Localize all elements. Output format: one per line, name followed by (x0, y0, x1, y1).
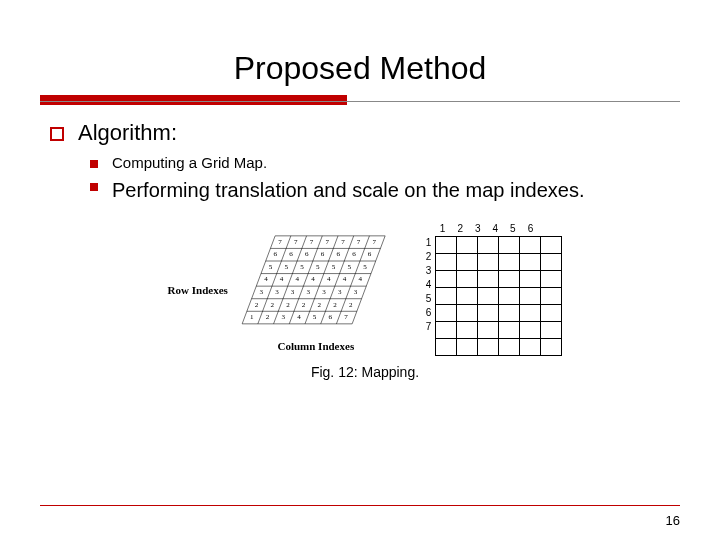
svg-text:3: 3 (306, 288, 310, 296)
svg-line-12 (305, 235, 338, 323)
svg-text:6: 6 (289, 250, 293, 258)
row-h: 3 (426, 264, 432, 278)
svg-text:2: 2 (255, 300, 259, 308)
lvl2a-text: Computing a Grid Map. (112, 154, 267, 171)
title-underline-red (40, 95, 347, 105)
svg-text:4: 4 (311, 275, 315, 283)
svg-text:4: 4 (280, 275, 284, 283)
col-h: 1 (440, 223, 446, 234)
square-fill-icon (90, 183, 98, 191)
svg-text:6: 6 (368, 250, 372, 258)
col-h: 4 (493, 223, 499, 234)
svg-text:3: 3 (281, 313, 285, 321)
svg-text:6: 6 (273, 250, 277, 258)
svg-text:4: 4 (343, 275, 347, 283)
bullet-lvl2-b: Performing translation and scale on the … (90, 177, 680, 203)
col-h: 3 (475, 223, 481, 234)
row-h: 5 (426, 292, 432, 306)
bullet-lvl2-a: Computing a Grid Map. (90, 154, 680, 171)
svg-line-10 (273, 235, 306, 323)
svg-line-8 (242, 235, 275, 323)
svg-text:2: 2 (270, 300, 274, 308)
slide-title: Proposed Method (40, 50, 680, 87)
right-grid-col-headers: 1 2 3 4 5 6 (440, 223, 533, 234)
svg-text:4: 4 (295, 275, 299, 283)
row-h: 2 (426, 250, 432, 264)
col-indexes-label: Column Indexes (236, 340, 396, 352)
svg-text:2: 2 (349, 300, 353, 308)
svg-line-13 (321, 235, 354, 323)
svg-text:3: 3 (322, 288, 326, 296)
svg-text:5: 5 (313, 313, 317, 321)
svg-text:3: 3 (291, 288, 295, 296)
skew-svg: 7777777 6666666 5555555 4444444 3333333 … (236, 228, 396, 338)
row-h: 1 (426, 236, 432, 250)
square-fill-icon (90, 160, 98, 168)
skewed-grid-wrap: Row Indexes (168, 228, 396, 352)
col-h: 5 (510, 223, 516, 234)
row-indexes-label: Row Indexes (168, 284, 228, 296)
svg-text:5: 5 (300, 262, 304, 270)
lvl1-text: Algorithm: (78, 120, 177, 146)
col-h: 2 (457, 223, 463, 234)
row-h: 7 (426, 320, 432, 334)
row-h: 6 (426, 306, 432, 320)
svg-line-14 (336, 235, 369, 323)
square-outline-icon (50, 127, 64, 141)
row-h: 4 (426, 278, 432, 292)
svg-text:3: 3 (259, 288, 263, 296)
svg-text:7: 7 (372, 237, 376, 245)
svg-text:5: 5 (363, 262, 367, 270)
svg-text:3: 3 (275, 288, 279, 296)
svg-text:7: 7 (278, 237, 282, 245)
figure-area: Row Indexes (50, 223, 680, 356)
svg-text:6: 6 (352, 250, 356, 258)
svg-text:6: 6 (336, 250, 340, 258)
page-number: 16 (666, 513, 680, 528)
skewed-grid: 7777777 6666666 5555555 4444444 3333333 … (236, 228, 396, 338)
svg-text:3: 3 (338, 288, 342, 296)
empty-grid-table (435, 236, 562, 356)
svg-text:7: 7 (357, 237, 361, 245)
svg-text:6: 6 (321, 250, 325, 258)
svg-text:5: 5 (284, 262, 288, 270)
svg-text:2: 2 (333, 300, 337, 308)
svg-text:5: 5 (269, 262, 273, 270)
svg-text:7: 7 (294, 237, 298, 245)
footer-line (40, 505, 680, 506)
svg-line-11 (289, 235, 322, 323)
svg-line-9 (258, 235, 291, 323)
svg-text:4: 4 (327, 275, 331, 283)
svg-text:7: 7 (341, 237, 345, 245)
right-grid-row-headers: 1 2 3 4 5 6 7 (426, 236, 432, 334)
svg-text:4: 4 (297, 313, 301, 321)
svg-text:3: 3 (354, 288, 358, 296)
svg-text:5: 5 (347, 262, 351, 270)
svg-text:6: 6 (305, 250, 309, 258)
right-grid: 1 2 3 4 5 6 1 2 3 4 5 6 7 (426, 223, 563, 356)
svg-text:2: 2 (302, 300, 306, 308)
figure-caption: Fig. 12: Mapping. (50, 364, 680, 380)
svg-text:7: 7 (325, 237, 329, 245)
title-underline-thin (40, 101, 680, 102)
svg-line-15 (352, 235, 385, 323)
lvl2b-text: Performing translation and scale on the … (112, 177, 585, 203)
svg-text:5: 5 (332, 262, 336, 270)
svg-text:1: 1 (250, 313, 254, 321)
svg-text:4: 4 (358, 275, 362, 283)
svg-text:4: 4 (264, 275, 268, 283)
content-area: Algorithm: Computing a Grid Map. Perform… (50, 120, 680, 380)
svg-text:2: 2 (286, 300, 290, 308)
svg-text:7: 7 (344, 313, 348, 321)
svg-text:5: 5 (316, 262, 320, 270)
bullet-lvl1: Algorithm: (50, 120, 680, 146)
svg-text:6: 6 (328, 313, 332, 321)
svg-text:2: 2 (317, 300, 321, 308)
svg-text:2: 2 (266, 313, 270, 321)
col-h: 6 (528, 223, 534, 234)
svg-text:7: 7 (310, 237, 314, 245)
